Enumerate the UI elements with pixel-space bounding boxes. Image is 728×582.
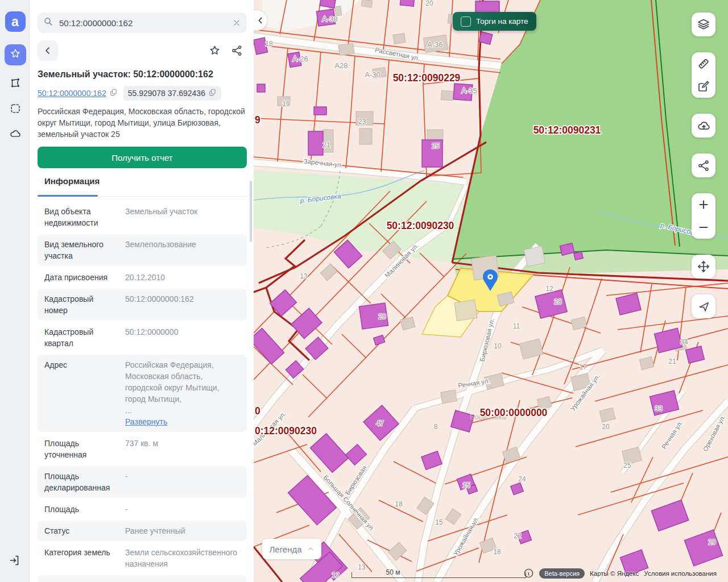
map-controls bbox=[692, 13, 715, 318]
page-title: Земельный участок: 50:12:0000000:162 bbox=[38, 69, 247, 80]
favorite-button[interactable] bbox=[205, 41, 224, 60]
share-map-button[interactable] bbox=[692, 153, 715, 177]
legend-button[interactable]: Легенда bbox=[262, 539, 321, 559]
zoom-in-button[interactable] bbox=[692, 193, 715, 216]
svg-text:18: 18 bbox=[395, 500, 403, 508]
layers-icon bbox=[697, 18, 710, 31]
copy-icon[interactable] bbox=[208, 88, 217, 98]
copy-icon[interactable] bbox=[109, 88, 118, 98]
toggle-label: Торги на карте bbox=[476, 17, 528, 26]
svg-text:15: 15 bbox=[435, 518, 443, 526]
cloud-upload-icon bbox=[697, 119, 711, 133]
left-icon-rail: a bbox=[0, 0, 30, 582]
measure-edit-group bbox=[692, 52, 715, 98]
svg-text:25: 25 bbox=[623, 462, 631, 469]
svg-text:А-30: А-30 bbox=[365, 70, 380, 79]
auctions-on-map-toggle[interactable]: Торги на карте bbox=[453, 12, 536, 31]
svg-text:47: 47 bbox=[376, 419, 384, 427]
svg-text:18: 18 bbox=[493, 548, 501, 556]
map-svg: Рассветная ул. Заречная ул. Малиновая ул… bbox=[254, 0, 728, 582]
svg-text:20: 20 bbox=[602, 423, 610, 431]
svg-text:13: 13 bbox=[358, 563, 366, 571]
zoom-out-button[interactable] bbox=[692, 216, 715, 239]
svg-text:17: 17 bbox=[579, 363, 587, 371]
favorites-tool-button[interactable] bbox=[5, 44, 26, 65]
svg-text:А-35: А-35 bbox=[461, 86, 477, 95]
chevron-up-icon bbox=[307, 545, 315, 553]
get-report-button[interactable]: Получить отчет bbox=[38, 147, 247, 168]
terms-link[interactable]: Условия использования bbox=[644, 570, 717, 577]
table-row: Вид земельного участкаЗемлепользование bbox=[38, 234, 247, 266]
svg-text:33: 33 bbox=[655, 405, 663, 413]
legend-label: Легенда bbox=[269, 544, 301, 554]
tab-information[interactable]: Информация bbox=[44, 176, 100, 186]
dashed-select-icon bbox=[9, 102, 22, 117]
edit-icon bbox=[697, 80, 710, 93]
svg-text:23: 23 bbox=[358, 118, 366, 126]
address-ellipsis: ... bbox=[125, 405, 240, 416]
share-button[interactable] bbox=[228, 41, 247, 60]
search-bar[interactable] bbox=[38, 13, 247, 33]
edit-button[interactable] bbox=[692, 75, 715, 98]
table-row: Кадастровый квартал50:12:0000000 bbox=[38, 322, 247, 354]
area-select-tool-button[interactable] bbox=[9, 103, 22, 117]
svg-text:28: 28 bbox=[554, 298, 562, 306]
search-icon bbox=[43, 16, 53, 29]
back-button[interactable] bbox=[38, 40, 58, 61]
app-logo[interactable]: a bbox=[5, 11, 26, 32]
layers-button[interactable] bbox=[692, 13, 715, 36]
panel-scrollbar[interactable] bbox=[250, 181, 252, 242]
polygon-tool-button[interactable] bbox=[9, 77, 22, 91]
svg-text:15: 15 bbox=[462, 481, 470, 489]
table-row: Площадь- bbox=[38, 499, 247, 519]
logout-icon bbox=[8, 554, 22, 569]
locate-button[interactable] bbox=[692, 294, 715, 318]
svg-text:А28: А28 bbox=[334, 61, 348, 70]
expand-address-link[interactable]: Развернуть bbox=[125, 417, 167, 426]
cloud-upload-button[interactable] bbox=[692, 114, 715, 138]
coordinates-chip[interactable]: 55.929078 37.692436 bbox=[123, 86, 221, 101]
cadastral-number-chip[interactable]: 50:12:0000000:162 bbox=[38, 88, 118, 98]
info-panel: Земельный участок: 50:12:0000000:162 50:… bbox=[30, 0, 254, 582]
svg-text:10: 10 bbox=[494, 342, 502, 350]
svg-text:А-38: А-38 bbox=[322, 15, 337, 23]
checkbox-icon[interactable] bbox=[461, 16, 471, 27]
move-icon bbox=[697, 260, 710, 273]
tab-bar: Информация bbox=[38, 176, 247, 197]
svg-text:20: 20 bbox=[425, 0, 433, 7]
svg-text:8: 8 bbox=[434, 423, 438, 431]
copyright-link[interactable]: Карты © Яндекс bbox=[590, 570, 639, 577]
svg-text:11: 11 bbox=[513, 322, 520, 330]
search-clear-button[interactable] bbox=[232, 18, 241, 27]
info-icon[interactable] bbox=[523, 568, 534, 579]
map-canvas[interactable]: Рассветная ул. Заречная ул. Малиновая ул… bbox=[254, 0, 728, 582]
share-icon bbox=[697, 159, 710, 172]
navigation-icon bbox=[697, 300, 710, 313]
coordinates-text: 55.929078 37.692436 bbox=[128, 89, 205, 98]
search-input[interactable] bbox=[58, 18, 232, 28]
cadastral-label: 50:12:0090230 bbox=[387, 220, 454, 231]
svg-text:25: 25 bbox=[432, 142, 440, 150]
svg-text:34: 34 bbox=[680, 338, 688, 346]
svg-text:13: 13 bbox=[300, 272, 308, 280]
table-row: СтатусРанее учтенный bbox=[38, 521, 247, 541]
table-row: Площадь декларированная- bbox=[38, 466, 247, 498]
svg-text:12: 12 bbox=[545, 285, 553, 293]
cadastral-label: 0 bbox=[255, 405, 260, 417]
star-icon bbox=[9, 48, 22, 63]
address-value: Российская Федерация, Московская область… bbox=[125, 360, 220, 404]
zoom-group bbox=[692, 193, 715, 239]
svg-text:А-26: А-26 bbox=[292, 55, 308, 63]
ruler-button[interactable] bbox=[692, 52, 715, 75]
logout-button[interactable] bbox=[8, 554, 22, 569]
cloud-tool-button[interactable] bbox=[9, 128, 22, 142]
pan-button[interactable] bbox=[692, 255, 715, 278]
cloud-icon bbox=[9, 128, 22, 143]
cadastral-number-text: 50:12:0000000:162 bbox=[38, 89, 106, 98]
tab-underline bbox=[38, 195, 98, 197]
table-row: Вид разрешенногоДля садоводства bbox=[38, 575, 247, 582]
table-row: Вид объекта недвижимостиЗемельный участо… bbox=[38, 201, 247, 233]
object-address: Российская Федерация, Московская область… bbox=[38, 106, 247, 140]
table-row: Кадастровый номер50:12:0000000:162 bbox=[38, 289, 247, 321]
svg-text:21: 21 bbox=[668, 357, 676, 365]
